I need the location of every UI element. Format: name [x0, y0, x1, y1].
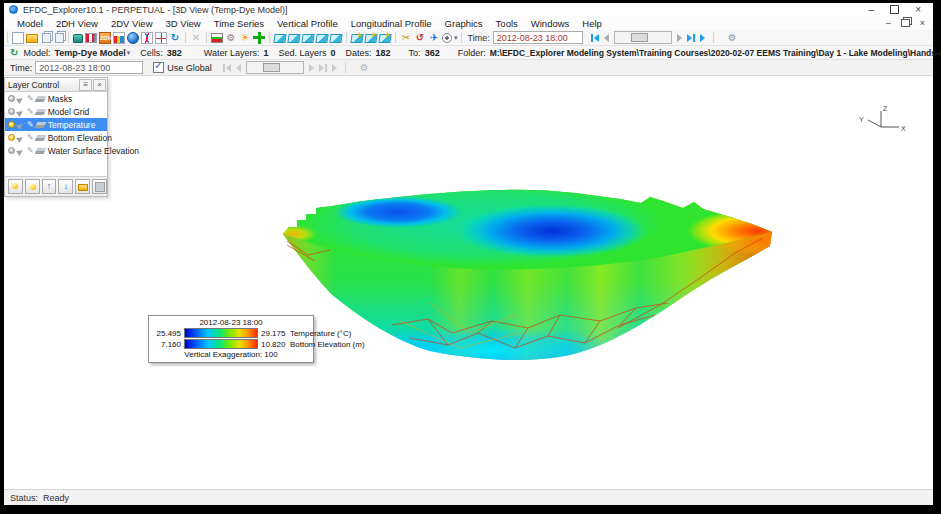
3d-globe-icon[interactable] [127, 32, 139, 44]
layer-item-masks[interactable]: ✎ Masks [5, 92, 107, 105]
view-cube-top-icon[interactable] [273, 34, 286, 43]
minimize-button[interactable]: – [869, 5, 875, 15]
menu-time-series[interactable]: Time Series [214, 18, 264, 29]
layer-item-bottom-elevation[interactable]: ✎ Bottom Elevation [5, 131, 107, 144]
time-input[interactable] [35, 61, 143, 74]
menu-3d-view[interactable]: 3D View [166, 18, 201, 29]
rotate-view-icon[interactable]: ↺ [414, 32, 426, 44]
clock-select-icon[interactable] [442, 33, 452, 43]
view-cube-side-icon[interactable] [301, 34, 314, 43]
skip-end-button[interactable] [687, 34, 695, 42]
cursor-icon[interactable] [16, 119, 27, 129]
menu-help[interactable]: Help [582, 18, 602, 29]
menu-2dh-view[interactable]: 2DH View [56, 18, 98, 29]
lake-3d-render[interactable]: Z X Y [4, 76, 933, 490]
view-cube-back-icon[interactable] [329, 34, 342, 43]
cursor-icon[interactable] [16, 106, 27, 116]
station-pin-icon[interactable] [73, 34, 83, 43]
menu-2dv-view[interactable]: 2DV View [111, 18, 153, 29]
cursor-icon[interactable] [16, 145, 27, 155]
cursor-icon[interactable] [16, 93, 27, 103]
2dh-view-icon[interactable]: 2DH [99, 32, 111, 44]
layer-control-panel: Layer Control ≡ × ✎ Masks ✎ Model Grid [4, 77, 108, 197]
clock-dropdown-arrow[interactable]: ▾ [454, 34, 458, 42]
view-cube-front-icon[interactable] [287, 34, 300, 43]
axis-indicator [868, 111, 899, 127]
pen-icon[interactable]: ✎ [27, 133, 34, 142]
copy-view-icon[interactable] [42, 33, 51, 43]
time-slider-thumb[interactable] [631, 33, 648, 42]
layer-stack-icon[interactable] [211, 33, 223, 43]
layers-icon[interactable] [34, 109, 46, 115]
water-layers-value: 1 [264, 48, 269, 58]
layer-item-temperature[interactable]: ✎ Temperature [5, 118, 107, 131]
visibility-bulb-icon[interactable] [8, 95, 15, 102]
menu-graphics[interactable]: Graphics [445, 18, 483, 29]
child-minimize-button[interactable]: – [886, 18, 891, 28]
move-layer-down-button[interactable]: ↓ [58, 179, 73, 194]
menu-model[interactable]: Model [17, 18, 43, 29]
duplicate-view-icon[interactable] [55, 33, 64, 43]
pan-cube-1-icon[interactable] [350, 34, 363, 43]
play-button[interactable] [700, 34, 705, 42]
pen-icon[interactable]: ✎ [27, 120, 34, 129]
model-refresh-icon[interactable]: ↻ [10, 47, 18, 58]
fit-extents-icon[interactable] [253, 32, 265, 44]
layers-icon[interactable] [34, 148, 46, 154]
view-cube-iso-icon[interactable] [315, 34, 328, 43]
gear-icon[interactable]: ⚙ [225, 32, 237, 44]
app-window: EFDC_Explorer10.1 - PERPETUAL - [3D View… [4, 3, 933, 505]
close-button[interactable]: × [915, 5, 921, 15]
menu-tools[interactable]: Tools [496, 18, 518, 29]
model-dropdown-arrow[interactable]: ▾ [127, 49, 131, 57]
pen-icon[interactable]: ✎ [27, 107, 34, 116]
cursor-icon[interactable] [16, 132, 27, 142]
maximize-button[interactable] [890, 5, 899, 14]
vertical-profile-plot-icon[interactable] [155, 32, 167, 44]
new-file-icon[interactable] [12, 32, 24, 44]
pen-icon[interactable]: ✎ [27, 94, 34, 103]
layer-item-model-grid[interactable]: ✎ Model Grid [5, 105, 107, 118]
time-series-plot-icon[interactable] [141, 32, 153, 44]
pan-cube-2-icon[interactable] [364, 34, 377, 43]
layers-icon[interactable] [34, 96, 46, 102]
flight-mode-icon[interactable]: ✈ [428, 32, 440, 44]
sun-icon[interactable]: ☀ [239, 32, 251, 44]
refresh-view-icon[interactable]: ↻ [169, 32, 181, 44]
layer-control-header[interactable]: Layer Control ≡ × [5, 78, 107, 92]
visibility-bulb-icon[interactable] [8, 147, 15, 154]
child-close-button[interactable]: × [920, 18, 925, 28]
pen-icon[interactable]: ✎ [27, 146, 34, 155]
panel-close-button[interactable]: × [93, 79, 106, 91]
scissors-icon[interactable]: ✂ [400, 32, 412, 44]
visibility-bulb-icon[interactable] [8, 108, 15, 115]
show-layer-button[interactable] [8, 179, 23, 194]
step-back-button[interactable] [604, 34, 609, 42]
menu-longitudinal-profile[interactable]: Longitudinal Profile [351, 18, 432, 29]
bar-chart-icon[interactable] [113, 32, 125, 44]
menu-windows[interactable]: Windows [531, 18, 570, 29]
menu-vertical-profile[interactable]: Vertical Profile [277, 18, 338, 29]
time-bar-slider[interactable] [246, 61, 304, 74]
use-global-checkbox[interactable]: ✓ [153, 62, 164, 73]
layer-item-water-surface-elevation[interactable]: ✎ Water Surface Elevation [5, 144, 107, 157]
layers-icon[interactable] [34, 122, 46, 128]
open-layer-button[interactable] [75, 179, 90, 194]
panel-menu-button[interactable]: ≡ [79, 79, 92, 91]
move-layer-up-button[interactable]: ↑ [42, 179, 57, 194]
layers-icon[interactable] [34, 135, 46, 141]
time-slider[interactable] [614, 31, 672, 44]
visibility-bulb-icon[interactable] [8, 134, 15, 141]
animation-settings-icon[interactable]: ⚙ [728, 32, 737, 43]
step-forward-button[interactable] [677, 34, 682, 42]
pan-cube-3-icon[interactable] [378, 34, 391, 43]
model-name[interactable]: Temp-Dye Model [54, 48, 125, 58]
toolbar-time-input[interactable] [493, 31, 583, 44]
skip-start-button[interactable] [591, 34, 599, 42]
hide-layer-button[interactable] [25, 179, 40, 194]
visibility-bulb-icon[interactable] [8, 121, 15, 128]
3d-viewport[interactable]: Z X Y Layer Control ≡ × ✎ Masks ✎ [4, 76, 933, 490]
open-model-icon[interactable] [26, 34, 38, 43]
child-restore-button[interactable] [901, 19, 910, 27]
profile-tool-icon[interactable] [85, 33, 97, 43]
